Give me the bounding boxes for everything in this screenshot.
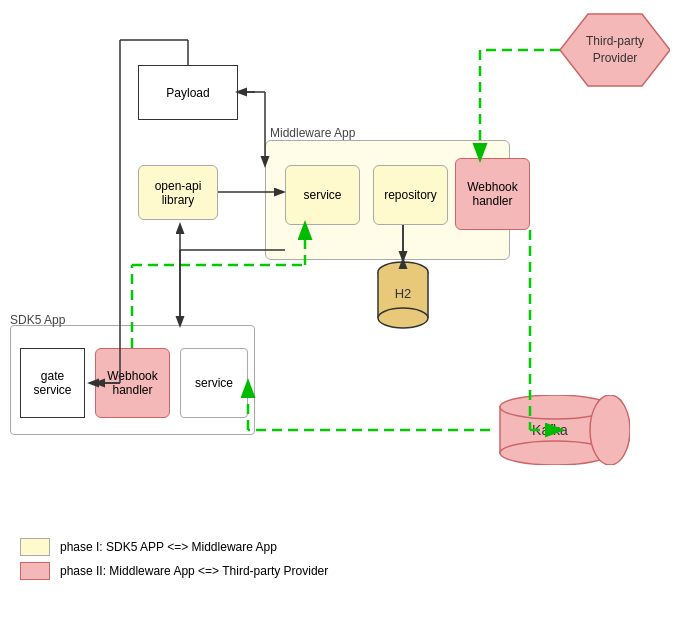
gate-service-box: gate service bbox=[20, 348, 85, 418]
service-sdk5-box: service bbox=[180, 348, 248, 418]
svg-text:Third-party: Third-party bbox=[586, 34, 644, 48]
kafka-database: Kafka bbox=[490, 395, 630, 468]
middleware-label: Middleware App bbox=[270, 126, 355, 140]
payload-label: Payload bbox=[166, 86, 209, 100]
legend-label-phase2: phase II: Middleware App <=> Third-party… bbox=[60, 564, 328, 578]
service-mw-box: service bbox=[285, 165, 360, 225]
sdk5-label: SDK5 App bbox=[10, 313, 65, 327]
service-sdk5-label: service bbox=[195, 376, 233, 390]
svg-marker-6 bbox=[560, 14, 670, 86]
openapi-label: open-api library bbox=[155, 179, 202, 207]
payload-box: Payload bbox=[138, 65, 238, 120]
repository-label: repository bbox=[384, 188, 437, 202]
webhook-mw-label: Webhook handler bbox=[467, 180, 517, 208]
legend-color-phase1 bbox=[20, 538, 50, 556]
gate-service-label: gate service bbox=[33, 369, 71, 397]
webhook-sdk5-box: Webhook handler bbox=[95, 348, 170, 418]
svg-point-12 bbox=[590, 395, 630, 465]
webhook-sdk5-label: Webhook handler bbox=[107, 369, 157, 397]
legend: phase I: SDK5 APP <=> Middleware App pha… bbox=[20, 538, 660, 586]
diagram-area: Payload open-api library Middleware App … bbox=[0, 0, 681, 530]
service-mw-label: service bbox=[303, 188, 341, 202]
svg-text:Provider: Provider bbox=[593, 51, 638, 65]
openapi-box: open-api library bbox=[138, 165, 218, 220]
legend-item-phase2: phase II: Middleware App <=> Third-party… bbox=[20, 562, 660, 580]
webhook-mw-box: Webhook handler bbox=[455, 158, 530, 230]
h2-database: H2 bbox=[373, 260, 433, 330]
svg-text:Kafka: Kafka bbox=[532, 422, 568, 438]
third-party-provider: Third-party Provider bbox=[560, 10, 670, 93]
repository-box: repository bbox=[373, 165, 448, 225]
svg-point-4 bbox=[378, 308, 428, 328]
legend-color-phase2 bbox=[20, 562, 50, 580]
legend-label-phase1: phase I: SDK5 APP <=> Middleware App bbox=[60, 540, 277, 554]
legend-item-phase1: phase I: SDK5 APP <=> Middleware App bbox=[20, 538, 660, 556]
svg-text:H2: H2 bbox=[395, 286, 412, 301]
